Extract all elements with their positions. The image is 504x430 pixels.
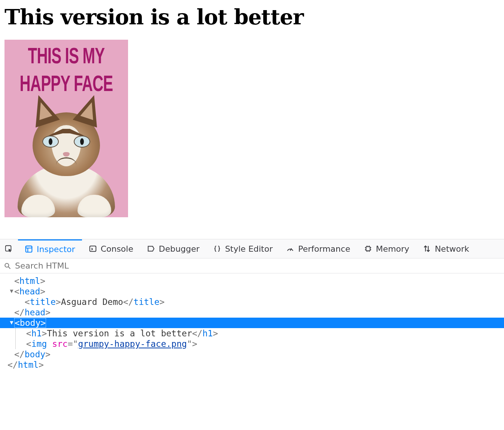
- style-editor-icon: [213, 245, 221, 253]
- element-picker-button[interactable]: [0, 239, 18, 258]
- devtools-toolbar: Inspector Console Debugger Style Editor: [0, 239, 504, 258]
- tree-row-img[interactable]: <img src="grumpy-happy-face.png">: [9, 339, 504, 349]
- inspector-icon: [25, 245, 33, 253]
- devtools-panel: Inspector Console Debugger Style Editor: [0, 239, 504, 370]
- dom-tree[interactable]: <html> <head> <title>Asguard Demo</title…: [0, 273, 504, 370]
- tree-row-html-close[interactable]: </html>: [2, 360, 504, 370]
- tree-row-head-close[interactable]: </head>: [9, 307, 504, 318]
- cat-illustration: [6, 101, 126, 217]
- tab-memory-label: Memory: [376, 244, 409, 254]
- tab-console[interactable]: Console: [82, 239, 140, 258]
- tree-row-title[interactable]: <title>Asguard Demo</title>: [9, 297, 504, 307]
- page-content: This version is a lot better THIS IS MY …: [0, 0, 504, 217]
- svg-line-18: [9, 267, 10, 269]
- element-picker-icon: [4, 245, 13, 253]
- tab-performance[interactable]: Performance: [279, 239, 357, 258]
- html-search-bar[interactable]: [0, 258, 504, 273]
- page-heading: This version is a lot better: [4, 4, 500, 29]
- tab-console-label: Console: [101, 244, 133, 254]
- html-search-input[interactable]: [14, 261, 500, 271]
- tab-network[interactable]: Network: [416, 239, 476, 258]
- tree-row-html-open[interactable]: <html>: [9, 276, 504, 286]
- tree-row-h1[interactable]: <h1>This version is a lot better</h1>: [9, 328, 504, 339]
- tab-inspector-label: Inspector: [37, 245, 75, 254]
- tree-row-body-open-selected[interactable]: <body>: [0, 318, 504, 328]
- search-icon: [4, 262, 11, 270]
- svg-point-17: [5, 263, 9, 267]
- meme-text-line-2: HAPPY FACE: [16, 72, 117, 94]
- tree-row-body-close[interactable]: </body>: [9, 349, 504, 360]
- debugger-icon: [147, 245, 155, 253]
- meme-image: THIS IS MY HAPPY FACE: [4, 40, 128, 217]
- tab-style-editor[interactable]: Style Editor: [206, 239, 279, 258]
- svg-rect-1: [26, 246, 32, 252]
- tab-network-label: Network: [435, 244, 469, 254]
- performance-icon: [286, 245, 294, 253]
- network-icon: [423, 245, 431, 253]
- tab-performance-label: Performance: [298, 244, 350, 254]
- tab-debugger[interactable]: Debugger: [140, 239, 206, 258]
- tab-inspector[interactable]: Inspector: [18, 239, 82, 258]
- tab-debugger-label: Debugger: [159, 244, 200, 254]
- meme-text-line-1: THIS IS MY: [16, 44, 117, 67]
- tab-style-editor-label: Style Editor: [225, 244, 273, 254]
- svg-rect-4: [89, 246, 96, 252]
- memory-icon: [364, 245, 372, 253]
- tree-row-head-open[interactable]: <head>: [9, 286, 504, 297]
- tab-memory[interactable]: Memory: [357, 239, 416, 258]
- svg-rect-2: [26, 246, 32, 248]
- svg-rect-6: [366, 247, 370, 251]
- console-icon: [89, 245, 97, 253]
